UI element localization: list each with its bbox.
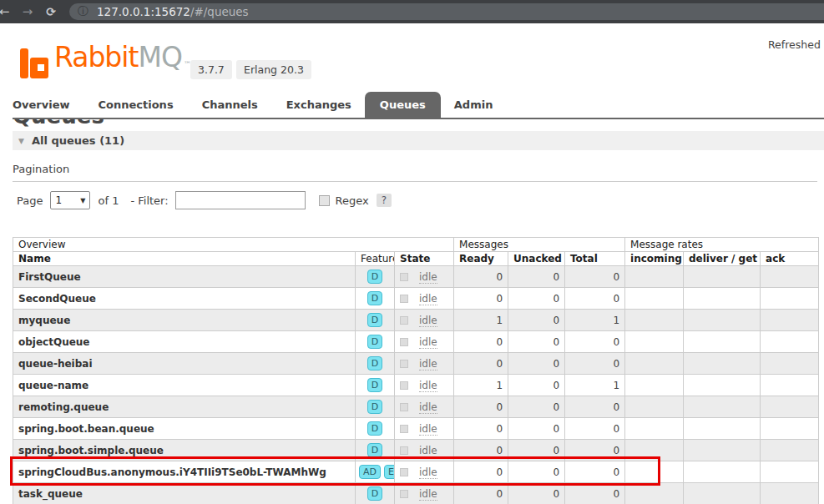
- ready-cell: 0: [454, 288, 508, 310]
- feature-badge: D: [367, 291, 382, 305]
- url-bar[interactable]: ⓘ 127.0.0.1:15672/#/queues: [69, 3, 824, 20]
- features-cell: D: [356, 418, 395, 440]
- unacked-cell: 0: [508, 440, 565, 461]
- forward-icon[interactable]: →: [16, 0, 39, 23]
- incoming-cell: [625, 331, 684, 353]
- table-group-header-row: OverviewMessagesMessage rates: [13, 238, 819, 252]
- column-header[interactable]: ack: [761, 252, 819, 266]
- unacked-cell: 0: [508, 288, 565, 310]
- regex-checkbox[interactable]: [319, 195, 330, 206]
- state-label: idle: [419, 358, 437, 370]
- unacked-cell: 0: [508, 396, 565, 418]
- reload-icon[interactable]: ⟳: [39, 0, 63, 23]
- info-icon[interactable]: ⓘ: [78, 4, 88, 19]
- state-indicator-icon: [400, 273, 408, 281]
- section-all-queues[interactable]: ▼ All queues (11): [13, 131, 824, 150]
- state-cell: idle: [395, 331, 454, 353]
- state-indicator-icon: [400, 490, 408, 498]
- table-row: springCloudBus.anonymous.iY4TIIi9TSe0bL-…: [13, 461, 819, 483]
- incoming-cell: [625, 396, 684, 418]
- ack-cell: [761, 331, 819, 353]
- state-cell: idle: [395, 396, 454, 418]
- ready-cell: 1: [454, 375, 508, 396]
- tab-connections[interactable]: Connections: [99, 92, 174, 118]
- total-cell: 0: [565, 331, 625, 353]
- state-cell: idle: [395, 375, 454, 396]
- state-label: idle: [419, 293, 437, 305]
- regex-help-button[interactable]: ?: [377, 194, 392, 207]
- feature-badge: D: [367, 443, 382, 457]
- column-header[interactable]: Total: [565, 252, 625, 266]
- ack-cell: [761, 375, 819, 396]
- queue-name-cell[interactable]: task_queue: [13, 483, 356, 504]
- table-row: queue-nameDidle101: [13, 375, 819, 396]
- features-cell: D: [356, 266, 395, 288]
- tab-overview[interactable]: Overview: [13, 92, 70, 118]
- table-column-header-row: NameFeaturesStateReadyUnackedTotalincomi…: [13, 252, 819, 266]
- column-header[interactable]: Name: [13, 252, 356, 266]
- page: Queues Refreshed RabbitMQ™ 3.7.7 Erlang …: [0, 23, 824, 504]
- table-row: remoting.queueDidle000: [13, 396, 819, 418]
- column-header[interactable]: deliver / get: [684, 252, 761, 266]
- state-indicator-icon: [400, 381, 408, 390]
- back-icon[interactable]: ←: [0, 0, 16, 23]
- page-select[interactable]: 1 ▼: [50, 191, 90, 209]
- queue-name-cell[interactable]: queue-heibai: [13, 353, 356, 375]
- tab-exchanges[interactable]: Exchanges: [286, 92, 351, 118]
- queue-name-cell[interactable]: FirstQueue: [13, 266, 356, 288]
- queue-name-cell[interactable]: spring.boot.simple.queue: [13, 440, 356, 461]
- features-cell: D: [356, 375, 395, 396]
- column-header[interactable]: Unacked: [508, 252, 565, 266]
- state-label: idle: [419, 423, 437, 436]
- unacked-cell: 0: [508, 331, 565, 353]
- unacked-cell: 0: [508, 461, 565, 483]
- state-indicator-icon: [400, 425, 408, 433]
- trademark: ™: [184, 60, 190, 68]
- features-cell: D: [356, 353, 395, 375]
- screen: ← → ⟳ ⓘ 127.0.0.1:15672/#/queues Queues …: [0, 0, 824, 504]
- queue-name-cell[interactable]: objectQueue: [13, 331, 356, 353]
- logo[interactable]: RabbitMQ™: [20, 43, 190, 78]
- column-header: Features: [356, 252, 395, 266]
- url-host: 127.0.0.1:15672: [97, 5, 190, 18]
- group-header: Message rates: [625, 238, 819, 252]
- table-row: task_queueDidle000: [13, 483, 819, 504]
- table-row: myqueueDidle101: [13, 310, 819, 331]
- feature-badge: D: [367, 270, 382, 284]
- tab-channels[interactable]: Channels: [202, 92, 258, 118]
- state-label: idle: [419, 401, 437, 414]
- incoming-cell: [625, 353, 684, 375]
- column-header[interactable]: State: [395, 252, 454, 266]
- queue-name-cell[interactable]: remoting.queue: [13, 396, 356, 418]
- table-row: spring.boot.simple.queueDidle000: [13, 440, 819, 461]
- feature-badge: AD: [359, 465, 381, 479]
- ack-cell: [761, 461, 819, 483]
- queue-name-cell[interactable]: spring.boot.bean.queue: [13, 418, 356, 440]
- features-cell: D: [356, 310, 395, 331]
- ack-cell: [761, 396, 819, 418]
- tab-queues[interactable]: Queues: [365, 92, 441, 118]
- ready-cell: 0: [454, 461, 508, 483]
- total-cell: 0: [565, 396, 625, 418]
- queue-name-cell[interactable]: queue-name: [13, 375, 356, 396]
- tab-admin[interactable]: Admin: [454, 92, 493, 118]
- total-cell: 0: [565, 288, 625, 310]
- queue-name-cell[interactable]: springCloudBus.anonymous.iY4TIIi9TSe0bL-…: [13, 461, 356, 483]
- state-cell: idle: [395, 483, 454, 504]
- deliver-get-cell: [684, 288, 761, 310]
- queue-name-cell[interactable]: myqueue: [13, 310, 356, 331]
- column-header[interactable]: incoming: [625, 252, 684, 266]
- incoming-cell: [625, 310, 684, 331]
- incoming-cell: [625, 266, 684, 288]
- features-cell: D: [356, 440, 395, 461]
- group-header: Messages: [454, 238, 625, 252]
- filter-input[interactable]: [175, 191, 306, 209]
- table-row: FirstQueueDidle000: [13, 266, 819, 288]
- refreshed-label: Refreshed: [768, 38, 821, 51]
- deliver-get-cell: [684, 396, 761, 418]
- column-header[interactable]: Ready: [454, 252, 508, 266]
- queue-name-cell[interactable]: SecondQueue: [13, 288, 356, 310]
- features-cell: D: [356, 396, 395, 418]
- features-cell: D: [356, 483, 395, 504]
- state-indicator-icon: [400, 316, 408, 325]
